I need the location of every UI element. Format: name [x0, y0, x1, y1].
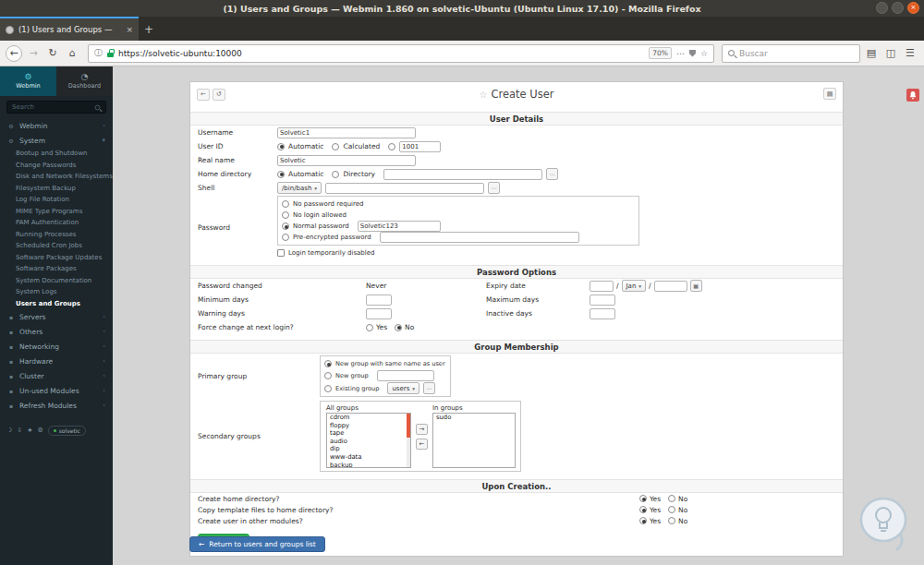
sidebar-item[interactable]: ▪ Networking ‹ [0, 339, 113, 354]
userid-automatic-radio[interactable] [277, 143, 285, 150]
bookmark-star-icon[interactable]: ☆ [700, 49, 708, 58]
module-back-button[interactable]: ← [197, 89, 210, 101]
sidebar-item[interactable]: ▪ Hardware ‹ [0, 354, 113, 368]
settings-icon[interactable]: ⚙ [37, 427, 43, 434]
existing-group-select[interactable]: users ▾ [387, 382, 419, 394]
shell-select[interactable]: /bin/bash ▾ [277, 182, 322, 194]
group-option[interactable]: www-data [327, 453, 410, 462]
username-input[interactable] [277, 127, 416, 138]
minimum-days-input[interactable] [366, 295, 392, 306]
file-chooser-button[interactable]: ⋯ [546, 168, 558, 180]
expiry-month-select[interactable]: Jan ▾ [622, 280, 647, 292]
sidebar-subitem[interactable]: Software Packages [0, 263, 113, 275]
group-option[interactable]: floppy [327, 422, 410, 430]
group-option[interactable]: tape [327, 429, 410, 438]
shell-chooser-button[interactable]: ⋯ [488, 182, 500, 194]
sidebar-subitem[interactable]: Software Package Updates [0, 252, 113, 264]
site-info-icon[interactable]: ⓘ [94, 47, 103, 59]
module-refresh-button[interactable]: ↺ [213, 89, 225, 101]
preencrypted-password-input[interactable] [380, 232, 579, 243]
reload-button[interactable]: ↻ [44, 45, 61, 62]
sidebar-item[interactable]: ▪ Refresh Modules ‹ [0, 398, 113, 413]
shell-other-input[interactable] [325, 183, 484, 194]
maximum-days-input[interactable] [590, 295, 615, 306]
sidebar-item[interactable]: ▪ Servers ‹ [0, 309, 113, 324]
group-chooser-button[interactable]: ⋯ [423, 382, 435, 394]
calendar-button[interactable]: ▦ [690, 280, 702, 292]
sidebar-tab-dashboard[interactable]: ◔ Dashboard [56, 66, 113, 96]
expiry-day-input[interactable] [590, 281, 614, 292]
userid-calculated-radio[interactable] [332, 143, 339, 150]
sidebar-item[interactable]: ▪ Un-used Modules ‹ [0, 383, 113, 398]
homedir-directory-radio[interactable] [332, 171, 339, 178]
userid-input[interactable] [399, 141, 441, 152]
sidebar-tab-webmin[interactable]: ⚙ Webmin [0, 66, 56, 96]
sidebar-subitem[interactable]: MIME Type Programs [0, 206, 113, 218]
sidebar-subitem[interactable]: Bootup and Shutdown [0, 148, 113, 160]
homedir-automatic-radio[interactable] [277, 171, 285, 178]
zoom-indicator[interactable]: 70% [649, 47, 672, 59]
in-groups-list[interactable]: sudo [432, 413, 516, 468]
no-radio[interactable] [668, 506, 675, 513]
group-option[interactable]: dip [327, 445, 410, 453]
scrollbar-thumb[interactable] [407, 414, 410, 438]
force-change-yes-radio[interactable] [366, 324, 373, 331]
sidebar-subitem[interactable]: Disk and Network Filesystems [0, 171, 113, 183]
sidebar-search-input[interactable]: Search [6, 101, 106, 114]
sidebar-item-webmin[interactable]: ⚙ Webmin ‹ [0, 118, 113, 133]
normal-password-input[interactable] [358, 221, 441, 232]
yes-radio[interactable] [639, 506, 647, 513]
forward-button[interactable]: → [25, 45, 42, 62]
sidebars-button[interactable]: ◫ [882, 45, 899, 62]
no-radio[interactable] [668, 495, 675, 502]
notification-bell-badge[interactable] [906, 89, 919, 102]
userid-manual-radio[interactable] [388, 143, 395, 150]
url-text[interactable]: https://solvetic-ubuntu:10000 [118, 49, 644, 58]
all-groups-list[interactable]: cdrom floppy tape [326, 413, 411, 468]
list-scrollbar[interactable] [407, 414, 410, 467]
browser-tab[interactable]: (1) Users and Groups — × [0, 17, 139, 41]
page-actions-icon[interactable]: ⋯ [676, 49, 685, 58]
window-close-button[interactable]: × [907, 2, 919, 14]
group-option[interactable]: backup [327, 462, 410, 468]
favorites-icon[interactable]: ★ [27, 427, 32, 434]
browser-search-bar[interactable]: Buscar [722, 44, 860, 63]
no-password-radio[interactable] [282, 200, 289, 208]
pocket-icon[interactable] [689, 50, 696, 57]
home-button[interactable]: ⌂ [64, 45, 80, 62]
sidebar-item[interactable]: ▪ Others ‹ [0, 324, 113, 339]
menu-button[interactable]: ☰ [902, 45, 918, 62]
sidebar-subitem[interactable]: Change Passwords [0, 160, 113, 172]
remove-group-button[interactable]: ← [416, 439, 428, 450]
expiry-year-input[interactable] [654, 281, 687, 292]
sidebar-subitem[interactable]: Log File Rotation [0, 194, 113, 206]
login-disabled-checkbox[interactable] [277, 249, 285, 257]
sidebar-subitem[interactable]: System Documentation [0, 275, 113, 287]
sidebar-item-users-and-groups[interactable]: Users and Groups [0, 298, 113, 310]
download-icon[interactable]: ⇩ [17, 427, 22, 434]
force-change-no-radio[interactable] [395, 324, 402, 331]
sidebar-subitem[interactable]: Scheduled Cron Jobs [0, 240, 113, 252]
sidebar-subitem[interactable]: Running Processes [0, 229, 113, 241]
new-group-same-name-radio[interactable] [324, 360, 332, 367]
sidebar-subitem[interactable]: PAM Authentication [0, 217, 113, 229]
no-login-radio[interactable] [282, 211, 289, 219]
real-name-input[interactable] [277, 155, 416, 166]
sidebar-subitem[interactable]: System Logs [0, 286, 113, 298]
tab-close-button[interactable]: × [126, 25, 133, 34]
back-button[interactable]: ← [6, 45, 22, 62]
sidebar-subitem[interactable]: Filesystem Backup [0, 183, 113, 195]
new-group-radio[interactable] [324, 372, 332, 379]
panel-options-button[interactable]: ▤ [823, 88, 836, 100]
sidebar-item-system[interactable]: ⚙ System ▾ [0, 133, 113, 148]
window-minimize-button[interactable] [876, 2, 888, 14]
yes-radio[interactable] [639, 517, 647, 524]
normal-password-radio[interactable] [282, 222, 289, 230]
group-option[interactable]: audio [327, 438, 410, 446]
add-group-button[interactable]: → [416, 424, 428, 435]
group-option[interactable]: sudo [433, 414, 515, 422]
no-radio[interactable] [668, 517, 675, 524]
existing-group-radio[interactable] [324, 385, 332, 392]
new-group-input[interactable] [377, 370, 434, 381]
logged-user-badge[interactable]: solvetic [48, 426, 86, 436]
